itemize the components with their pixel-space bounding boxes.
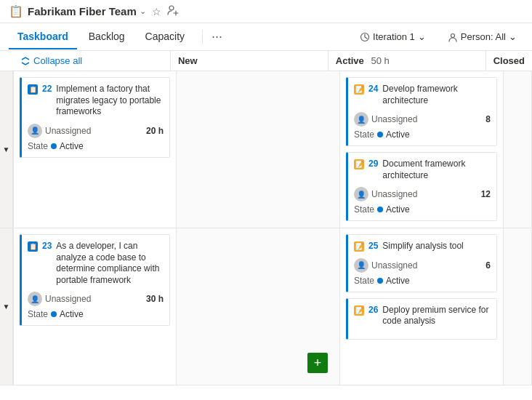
add-member-icon[interactable]: [167, 4, 179, 18]
top-bar: 📋 Fabrikam Fiber Team ⌄ ☆: [0, 0, 532, 23]
svg-point-0: [169, 6, 174, 10]
person-filter[interactable]: Person: All ⌄: [441, 28, 523, 46]
row-collapse-1[interactable]: ▼: [0, 71, 12, 228]
state-value-22: Active: [60, 141, 84, 151]
work-item-icon-23: 📋: [28, 241, 38, 252]
state-dot-24: [377, 132, 383, 137]
state-label-29: State: [354, 204, 374, 215]
card-29[interactable]: 📝 29 Document framework architecture 👤 U…: [346, 152, 497, 221]
active-count: 50 h: [371, 55, 389, 66]
iteration-chevron-icon: ⌄: [418, 31, 426, 42]
assignee-22: Unassigned: [45, 126, 91, 136]
svg-point-4: [451, 33, 454, 37]
person-icon: [448, 32, 458, 42]
state-dot-29: [377, 207, 383, 212]
state-value-23: Active: [60, 309, 84, 319]
add-card-button[interactable]: +: [307, 353, 328, 373]
avatar-29: 👤: [354, 187, 368, 201]
card-num-22: 22: [42, 84, 52, 94]
card-24[interactable]: 📝 24 Develop framework architecture 👤 Un…: [346, 77, 497, 146]
card-text-25: Simplify analysis tool: [382, 241, 463, 252]
closed-cell-2: [504, 228, 532, 385]
col-header-active: Active 50 h: [329, 51, 486, 71]
card-num-29: 29: [368, 159, 378, 169]
person-chevron-icon: ⌄: [509, 31, 517, 42]
card-text-23: As a developer, I can analyze a code bas…: [56, 241, 164, 286]
state-value-29: Active: [386, 204, 410, 215]
nav-right: Iteration 1 ⌄ Person: All ⌄: [353, 28, 523, 46]
tab-backlog[interactable]: Backlog: [80, 25, 134, 49]
collapse-label: Collapse all: [33, 55, 82, 66]
card-25[interactable]: 📝 25 Simplify analysis tool 👤 Unassigned…: [346, 234, 497, 292]
board-row-1: 📋 22 Implement a factory that migrates l…: [13, 71, 532, 228]
state-label-25: State: [354, 276, 374, 286]
card-num-26: 26: [368, 305, 378, 315]
card-text-29: Document framework architecture: [382, 159, 491, 181]
hours-23: 30 h: [146, 294, 164, 304]
new-cell-2: +: [177, 228, 340, 385]
avatar-22: 👤: [28, 124, 42, 138]
assignee-25: Unassigned: [371, 260, 417, 271]
nav-divider: [202, 30, 203, 44]
backlog-cell-2: 📋 23 As a developer, I can analyze a cod…: [13, 228, 177, 385]
board-row-2: 📋 23 As a developer, I can analyze a cod…: [13, 228, 532, 385]
team-icon: 📋: [9, 4, 23, 18]
person-label: Person: All: [461, 31, 506, 42]
closed-cell-1: [504, 71, 532, 228]
card-26[interactable]: 📝 26 Deploy premium service for code ana…: [346, 298, 497, 340]
card-num-25: 25: [368, 241, 378, 251]
avatar-25: 👤: [354, 258, 368, 273]
col-header-new: New: [171, 51, 329, 71]
state-value-24: Active: [386, 129, 410, 140]
collapse-all-button[interactable]: Collapse all: [20, 55, 82, 66]
team-chevron-icon[interactable]: ⌄: [140, 7, 146, 16]
new-cell-1: [177, 71, 340, 228]
board: Collapse all New Active 50 h Closed ▼ ▼: [0, 51, 532, 385]
card-22[interactable]: 📋 22 Implement a factory that migrates l…: [20, 77, 170, 158]
assignee-29: Unassigned: [371, 189, 417, 199]
active-cell-1: 📝 24 Develop framework architecture 👤 Un…: [340, 71, 504, 228]
active-cell-2: 📝 25 Simplify analysis tool 👤 Unassigned…: [340, 228, 504, 385]
assignee-24: Unassigned: [371, 114, 417, 124]
state-label-24: State: [354, 129, 374, 140]
state-label-23: State: [28, 309, 48, 319]
work-item-icon-26: 📝: [354, 305, 364, 316]
state-dot-25: [377, 278, 383, 284]
iteration-label: Iteration 1: [373, 31, 415, 42]
card-num-23: 23: [42, 241, 52, 251]
hours-29: 12: [481, 189, 491, 199]
collapse-icon: [20, 56, 31, 66]
hours-24: 8: [485, 114, 491, 124]
avatar-23: 👤: [28, 292, 42, 306]
card-text-24: Develop framework architecture: [382, 84, 491, 106]
team-name: Fabrikam Fiber Team: [28, 5, 137, 17]
work-item-icon-22: 📋: [28, 84, 38, 95]
state-dot-23: [51, 311, 57, 317]
col-header-closed: Closed: [486, 51, 532, 71]
tab-taskboard[interactable]: Taskboard: [9, 25, 77, 49]
nav-bar: Taskboard Backlog Capacity ··· Iteration…: [0, 23, 532, 51]
assignee-23: Unassigned: [45, 294, 91, 304]
backlog-cell-1: 📋 22 Implement a factory that migrates l…: [13, 71, 177, 228]
state-value-25: Active: [386, 276, 410, 286]
favorite-icon[interactable]: ☆: [152, 6, 161, 17]
collapse-all-section: Collapse all: [13, 51, 171, 71]
work-item-icon-24: 📝: [354, 84, 364, 95]
state-dot-22: [51, 143, 57, 149]
work-item-icon-25: 📝: [354, 241, 364, 252]
iteration-icon: [360, 32, 370, 42]
nav-more-button[interactable]: ···: [209, 23, 225, 50]
work-item-icon-29: 📝: [354, 159, 364, 169]
card-23[interactable]: 📋 23 As a developer, I can analyze a cod…: [20, 234, 170, 326]
tab-capacity[interactable]: Capacity: [137, 25, 193, 49]
state-label-22: State: [28, 141, 48, 151]
iteration-filter[interactable]: Iteration 1 ⌄: [353, 28, 432, 46]
card-num-24: 24: [368, 84, 378, 94]
row-collapse-2[interactable]: ▼: [0, 228, 12, 385]
avatar-24: 👤: [354, 112, 368, 127]
card-text-26: Deploy premium service for code analysis: [382, 305, 491, 327]
board-body: ▼ ▼ 📋 22 Implement a factory that migrat…: [0, 71, 532, 385]
card-text-22: Implement a factory that migrates legacy…: [56, 84, 164, 118]
row-indicators: ▼ ▼: [0, 71, 13, 385]
hours-22: 20 h: [146, 126, 164, 136]
